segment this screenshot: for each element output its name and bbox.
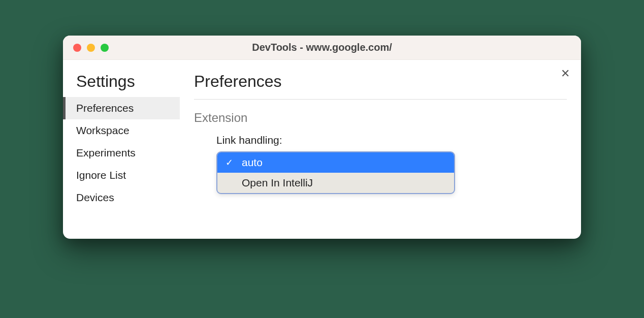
devtools-window: DevTools - www.google.com/ ✕ Settings Pr…: [63, 36, 581, 239]
settings-sidebar: Settings Preferences Workspace Experimen…: [63, 60, 180, 239]
traffic-lights: [63, 44, 109, 52]
panel-title: Preferences: [194, 72, 567, 100]
link-handling-field: Link handling: ✓ auto Open In IntelliJ: [216, 134, 567, 194]
checkmark-icon: ✓: [226, 157, 233, 168]
maximize-window-button[interactable]: [101, 44, 109, 52]
section-extension-title: Extension: [194, 111, 567, 125]
sidebar-item-workspace[interactable]: Workspace: [63, 119, 180, 142]
dropdown-option-open-in-intellij[interactable]: Open In IntelliJ: [217, 173, 454, 193]
content-area: ✕ Settings Preferences Workspace Experim…: [63, 60, 581, 239]
sidebar-item-devices[interactable]: Devices: [63, 186, 180, 209]
titlebar: DevTools - www.google.com/: [63, 36, 581, 60]
dropdown-option-auto[interactable]: ✓ auto: [217, 152, 454, 173]
link-handling-label: Link handling:: [216, 134, 567, 146]
dropdown-option-label: auto: [242, 156, 263, 168]
preferences-panel: Preferences Extension Link handling: ✓ a…: [180, 60, 581, 239]
link-handling-dropdown[interactable]: ✓ auto Open In IntelliJ: [216, 151, 455, 194]
sidebar-nav: Preferences Workspace Experiments Ignore…: [63, 97, 180, 209]
sidebar-item-experiments[interactable]: Experiments: [63, 142, 180, 164]
window-title: DevTools - www.google.com/: [63, 42, 581, 53]
dropdown-option-label: Open In IntelliJ: [242, 177, 313, 188]
sidebar-item-ignore-list[interactable]: Ignore List: [63, 164, 180, 186]
close-window-button[interactable]: [73, 44, 81, 52]
minimize-window-button[interactable]: [87, 44, 95, 52]
sidebar-title: Settings: [63, 72, 180, 97]
sidebar-item-preferences[interactable]: Preferences: [63, 97, 180, 119]
